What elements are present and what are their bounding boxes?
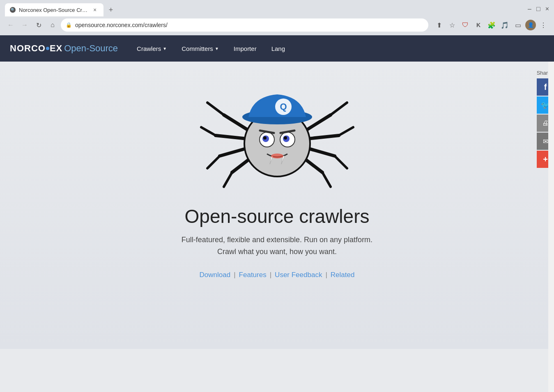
svg-line-13 xyxy=(339,127,353,135)
extension-shield-icon[interactable]: 🛡 xyxy=(460,19,471,31)
nav-lang[interactable]: Lang xyxy=(266,42,291,55)
active-tab[interactable]: 🔍 Norconex Open-Source Crawlers × xyxy=(5,3,103,16)
website-content: NORCOEX Open-Source Crawlers ▼ Committer… xyxy=(0,35,554,392)
user-feedback-link[interactable]: User Feedback xyxy=(275,271,322,279)
url-text: opensource.norconex.com/crawlers/ xyxy=(75,22,423,28)
address-bar-row: ← → ↻ ⌂ 🔒 opensource.norconex.com/crawle… xyxy=(0,16,554,35)
address-box[interactable]: 🔒 opensource.norconex.com/crawlers/ xyxy=(61,18,428,32)
reload-button[interactable]: ↻ xyxy=(33,19,44,31)
scrollbar[interactable] xyxy=(548,35,554,392)
svg-line-9 xyxy=(201,127,216,135)
tab-title: Norconex Open-Source Crawlers xyxy=(19,7,88,13)
features-link[interactable]: Features xyxy=(239,271,267,279)
sep-2: | xyxy=(270,271,271,279)
nav-items: Crawlers ▼ Committers ▼ Importer Lang xyxy=(131,42,291,55)
nav-committers[interactable]: Committers ▼ xyxy=(176,42,225,55)
music-icon[interactable]: 🎵 xyxy=(499,19,510,31)
nav-importer[interactable]: Importer xyxy=(228,42,262,55)
site-navbar: NORCOEX Open-Source Crawlers ▼ Committer… xyxy=(0,35,554,62)
svg-line-14 xyxy=(335,156,347,168)
menu-icon[interactable]: ⋮ xyxy=(538,19,549,31)
tab-close-button[interactable]: × xyxy=(91,6,99,14)
sidebar-icon[interactable]: ▭ xyxy=(512,19,524,31)
new-tab-button[interactable]: + xyxy=(105,4,117,16)
toolbar-icons: ⬆ ☆ 🛡 K 🧩 🎵 ▭ 👤 ⋮ xyxy=(433,19,549,31)
svg-point-25 xyxy=(284,136,287,140)
facebook-icon: f xyxy=(544,83,547,92)
svg-point-24 xyxy=(263,136,267,140)
spider-illustration: Q xyxy=(199,74,355,197)
puzzle-icon[interactable]: 🧩 xyxy=(486,19,497,31)
minimize-button[interactable]: – xyxy=(528,5,531,13)
hero-title: Open-source crawlers xyxy=(185,205,370,227)
close-button[interactable]: × xyxy=(545,5,549,13)
user-avatar[interactable]: 👤 xyxy=(525,20,536,30)
tab-favicon: 🔍 xyxy=(10,7,16,13)
svg-point-30 xyxy=(271,154,283,158)
svg-line-11 xyxy=(224,172,232,187)
share-icon[interactable]: ⬆ xyxy=(433,19,445,31)
svg-line-10 xyxy=(207,156,220,168)
crawlers-caret: ▼ xyxy=(163,46,167,51)
related-link[interactable]: Related xyxy=(331,271,355,279)
svg-line-15 xyxy=(322,172,331,187)
hero-section: Q Open-source crawlers Full-featured, fl… xyxy=(0,62,554,349)
logo-norconex-text: NORCOEX xyxy=(10,43,62,54)
svg-line-8 xyxy=(207,103,224,115)
title-bar: 🔍 Norconex Open-Source Crawlers × + – □ … xyxy=(0,0,554,16)
home-button[interactable]: ⌂ xyxy=(47,19,58,31)
committers-caret: ▼ xyxy=(215,46,219,51)
lock-icon: 🔒 xyxy=(66,22,72,28)
back-button[interactable]: ← xyxy=(5,19,16,31)
browser-chrome: 🔍 Norconex Open-Source Crawlers × + – □ … xyxy=(0,0,554,35)
maximize-button[interactable]: □ xyxy=(536,5,540,13)
bookmark-icon[interactable]: ☆ xyxy=(446,19,458,31)
more-icon: + xyxy=(543,155,548,164)
forward-button[interactable]: → xyxy=(19,19,30,31)
sep-3: | xyxy=(325,271,327,279)
download-link[interactable]: Download xyxy=(200,271,231,279)
site-logo[interactable]: NORCOEX Open-Source xyxy=(10,43,118,54)
hero-links: Download | Features | User Feedback | Re… xyxy=(200,271,355,279)
logo-dot xyxy=(46,47,49,50)
sep-1: | xyxy=(234,271,235,279)
window-controls: – □ × xyxy=(528,5,549,14)
email-icon: ✉ xyxy=(543,138,548,145)
svg-text:Q: Q xyxy=(280,101,287,112)
hero-subtitle: Full-featured, flexible and extensible. … xyxy=(182,234,372,258)
extension-k-icon[interactable]: K xyxy=(473,19,484,31)
print-icon: 🖨 xyxy=(542,119,549,127)
nav-crawlers[interactable]: Crawlers ▼ xyxy=(131,42,172,55)
svg-line-12 xyxy=(331,103,347,115)
logo-opensource-text: Open-Source xyxy=(64,43,118,54)
